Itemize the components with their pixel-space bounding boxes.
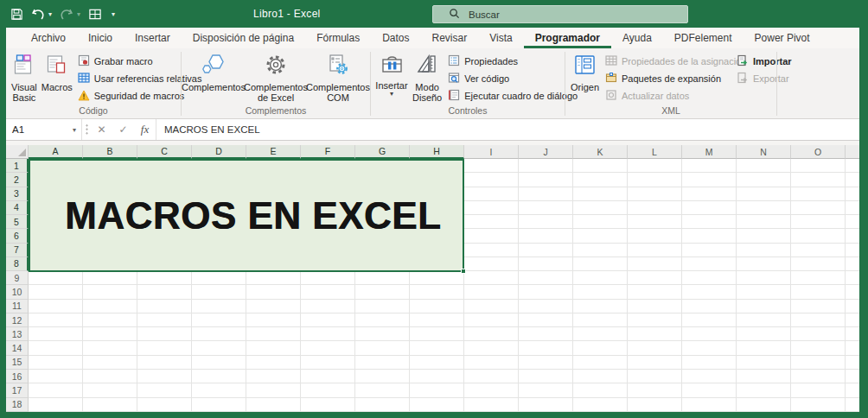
grid-cell-h14[interactable] <box>410 341 464 355</box>
grid-cell-l7[interactable] <box>628 244 682 257</box>
grid-cell-c10[interactable] <box>137 285 192 299</box>
grid-cell-i8[interactable] <box>464 257 519 271</box>
grid-cell-b14[interactable] <box>83 341 137 355</box>
grid-cell-g14[interactable] <box>355 341 410 355</box>
grid-cell-i7[interactable] <box>464 244 519 257</box>
grid-cell-o10[interactable] <box>791 285 846 299</box>
grid-cell-i11[interactable] <box>464 300 519 314</box>
grid-cell-n3[interactable] <box>737 187 791 201</box>
select-all-button[interactable] <box>6 145 29 159</box>
grid-cell-o7[interactable] <box>791 244 846 257</box>
grid-cell-k10[interactable] <box>573 285 628 299</box>
grid-cell-f18[interactable] <box>301 398 355 412</box>
grid-cell-partial[interactable] <box>846 383 859 397</box>
grid-cell-o1[interactable] <box>791 159 846 173</box>
grid-cell-h9[interactable] <box>410 271 464 285</box>
grid-cell-l14[interactable] <box>628 341 682 355</box>
grid-cell-g18[interactable] <box>355 398 410 412</box>
grid-cell-e11[interactable] <box>246 300 301 314</box>
grid-cell-k8[interactable] <box>573 257 628 271</box>
grid-cell-k13[interactable] <box>573 327 628 341</box>
grid-cell-i3[interactable] <box>464 187 519 201</box>
column-header-g[interactable]: G <box>355 145 410 159</box>
grid-cell-l18[interactable] <box>628 398 682 412</box>
grid-cell-i17[interactable] <box>464 383 519 397</box>
grid-cell-l10[interactable] <box>628 285 682 299</box>
grid-cell-k17[interactable] <box>573 383 628 397</box>
ver-codigo-button[interactable]: Ver código <box>444 70 581 87</box>
row-header-12[interactable]: 12 <box>6 314 29 327</box>
grid-cell-f14[interactable] <box>301 341 355 355</box>
column-header-e[interactable]: E <box>246 145 301 159</box>
grid-cell-k14[interactable] <box>573 341 628 355</box>
grid-cell-h18[interactable] <box>410 398 464 412</box>
grid-cell-partial[interactable] <box>846 257 859 271</box>
grid-cell-partial[interactable] <box>846 229 859 243</box>
grid-cell-o8[interactable] <box>791 257 846 271</box>
grid-cell-m9[interactable] <box>682 271 737 285</box>
grid-cell-l6[interactable] <box>628 229 682 243</box>
row-header-2[interactable]: 2 <box>6 173 29 187</box>
grid-cell-n11[interactable] <box>737 300 791 314</box>
tab-pdfelement[interactable]: PDFelement <box>663 28 744 48</box>
row-header-5[interactable]: 5 <box>6 215 29 229</box>
row-header-16[interactable]: 16 <box>6 370 29 383</box>
row-header-10[interactable]: 10 <box>6 285 29 299</box>
column-header-i[interactable]: I <box>464 145 519 159</box>
grid-cell-j2[interactable] <box>519 173 573 187</box>
grid-cell-e9[interactable] <box>246 271 301 285</box>
grid-cell-b18[interactable] <box>83 398 137 412</box>
propiedades-de-la-asignacion-button[interactable]: Propiedades de la asignación <box>602 53 733 70</box>
grid-cell-l16[interactable] <box>628 370 682 383</box>
modo-diseno-button[interactable]: Modo Diseño <box>410 50 444 105</box>
grid-cell-d11[interactable] <box>192 300 246 314</box>
grid-cell-n5[interactable] <box>737 215 791 229</box>
paquetes-de-expansion-button[interactable]: Paquetes de expansión <box>602 70 733 87</box>
grid-cell-o12[interactable] <box>791 314 846 327</box>
grid-cell-m15[interactable] <box>682 356 737 370</box>
tab-inicio[interactable]: Inicio <box>77 28 124 48</box>
grid-cell-b10[interactable] <box>83 285 137 299</box>
grid-cell-m8[interactable] <box>682 257 737 271</box>
grid-cell-o4[interactable] <box>791 201 846 215</box>
grid-cell-partial[interactable] <box>846 173 859 187</box>
grid-cell-h17[interactable] <box>410 383 464 397</box>
grid-cell-d13[interactable] <box>192 327 246 341</box>
row-header-8[interactable]: 8 <box>6 257 29 271</box>
grid-cell-f12[interactable] <box>301 314 355 327</box>
grid-cell-partial[interactable] <box>846 370 859 383</box>
grid-cell-l1[interactable] <box>628 159 682 173</box>
grid-cell-c14[interactable] <box>137 341 192 355</box>
tab-datos[interactable]: Datos <box>371 28 420 48</box>
grid-cell-g11[interactable] <box>355 300 410 314</box>
grid-cell-partial[interactable] <box>846 327 859 341</box>
grid-cell-j5[interactable] <box>519 215 573 229</box>
grid-cell-e13[interactable] <box>246 327 301 341</box>
undo-icon[interactable] <box>31 8 45 20</box>
grid-cell-a17[interactable] <box>29 383 83 397</box>
grid-cell-j14[interactable] <box>519 341 573 355</box>
grid-cell-partial[interactable] <box>846 356 859 370</box>
grid-cell-i16[interactable] <box>464 370 519 383</box>
grid-cell-o5[interactable] <box>791 215 846 229</box>
grid-cell-k6[interactable] <box>573 229 628 243</box>
grid-cell-n12[interactable] <box>737 314 791 327</box>
grid-cell-l3[interactable] <box>628 187 682 201</box>
grid-cell-g13[interactable] <box>355 327 410 341</box>
grid-cell-c11[interactable] <box>137 300 192 314</box>
grid-cell-j12[interactable] <box>519 314 573 327</box>
grid-cell-partial[interactable] <box>846 187 859 201</box>
grid-cell-i9[interactable] <box>464 271 519 285</box>
grid-cell-o2[interactable] <box>791 173 846 187</box>
row-header-1[interactable]: 1 <box>6 159 29 173</box>
grid-cell-d9[interactable] <box>192 271 246 285</box>
column-header-f[interactable]: F <box>301 145 355 159</box>
tab-disposici-n-de-p-gina[interactable]: Disposición de página <box>182 28 305 48</box>
propiedades-button[interactable]: Propiedades <box>444 53 581 70</box>
grid-cell-k9[interactable] <box>573 271 628 285</box>
grid-cell-j11[interactable] <box>519 300 573 314</box>
grid-cell-partial[interactable] <box>846 271 859 285</box>
tab-power-pivot[interactable]: Power Pivot <box>744 28 821 48</box>
grid-cell-o14[interactable] <box>791 341 846 355</box>
redo-icon[interactable] <box>60 8 73 20</box>
